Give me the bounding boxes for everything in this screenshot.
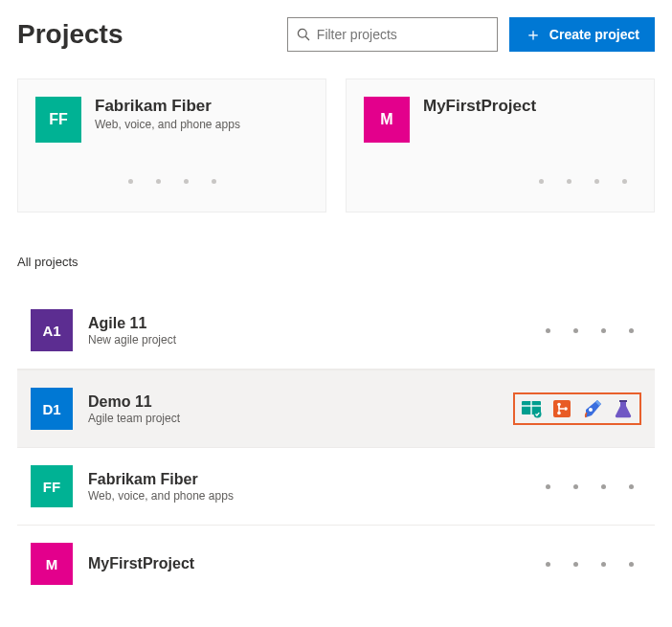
repos-icon[interactable] [551, 398, 572, 419]
svg-rect-12 [619, 400, 627, 402]
project-name: Agile 11 [88, 315, 530, 332]
project-description: New agile project [88, 333, 530, 347]
project-name: MyFirstProject [88, 555, 530, 572]
quick-actions-callout [513, 392, 641, 425]
project-avatar: FF [35, 97, 81, 143]
row-activity-dots [546, 328, 641, 333]
project-name: Fabrikam Fiber [95, 97, 240, 116]
pipelines-icon[interactable] [582, 398, 603, 419]
project-name: Fabrikam Fiber [88, 471, 530, 488]
svg-point-0 [298, 29, 306, 37]
project-row[interactable]: D1 Demo 11 Agile team project [17, 369, 655, 448]
project-card[interactable]: FF Fabrikam Fiber Web, voice, and phone … [17, 78, 326, 213]
search-icon [296, 27, 311, 42]
project-avatar: FF [31, 465, 73, 507]
project-row[interactable]: M MyFirstProject [17, 526, 655, 602]
svg-point-9 [564, 407, 568, 411]
project-avatar: M [364, 97, 410, 143]
page-header: Projects ＋ Create project [17, 17, 655, 52]
featured-projects: FF Fabrikam Fiber Web, voice, and phone … [17, 78, 655, 213]
project-card[interactable]: M MyFirstProject [346, 78, 655, 213]
filter-projects-search[interactable] [287, 17, 498, 52]
project-name: Demo 11 [88, 393, 498, 411]
page-title: Projects [17, 19, 276, 50]
create-project-label: Create project [549, 27, 639, 42]
svg-point-11 [589, 408, 593, 412]
project-description: Web, voice, and phone apps [88, 489, 530, 503]
boards-icon[interactable] [521, 398, 542, 419]
plus-icon: ＋ [525, 26, 542, 43]
create-project-button[interactable]: ＋ Create project [509, 17, 655, 52]
project-row[interactable]: A1 Agile 11 New agile project [17, 292, 655, 369]
project-description: Agile team project [88, 412, 498, 425]
card-activity-dots [364, 179, 637, 184]
test-plans-icon[interactable] [613, 398, 634, 419]
project-avatar: A1 [31, 309, 73, 351]
all-projects-heading: All projects [17, 255, 655, 269]
project-description: Web, voice, and phone apps [95, 118, 240, 131]
svg-point-7 [557, 403, 561, 407]
card-activity-dots [35, 179, 308, 184]
project-avatar: M [31, 543, 73, 585]
project-row[interactable]: FF Fabrikam Fiber Web, voice, and phone … [17, 448, 655, 526]
project-name: MyFirstProject [423, 97, 536, 116]
svg-line-1 [305, 36, 309, 40]
project-avatar: D1 [31, 388, 73, 430]
filter-projects-input[interactable] [317, 27, 489, 42]
row-activity-dots [546, 484, 641, 489]
svg-point-8 [557, 412, 561, 415]
row-activity-dots [546, 562, 641, 567]
